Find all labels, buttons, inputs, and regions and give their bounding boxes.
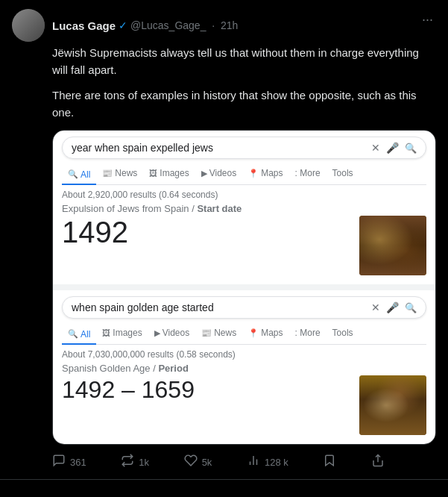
clear-icon-1[interactable]: ✕ <box>371 142 380 154</box>
tweet: Lucas Gage ✓ @Lucas_Gage_ · 21h ··· Jëwi… <box>0 0 448 480</box>
search-query-2: when spain golden age started <box>72 301 371 313</box>
analytics-icon <box>247 454 260 470</box>
search-query-1: year when spain expelled jews <box>72 142 371 154</box>
retweet-action[interactable]: 1k <box>121 454 149 470</box>
search-block-2: when spain golden age started ✕ 🎤 🔍 🔍 Al… <box>53 290 435 444</box>
search-tabs-2: 🔍 All 🖼 Images ▶ Videos 📰 News 📍 Maps : … <box>62 325 426 345</box>
retweet-icon <box>121 454 134 470</box>
more-options-button[interactable]: ··· <box>419 9 436 31</box>
like-action[interactable]: 5k <box>184 454 212 470</box>
reply-count: 361 <box>70 457 86 468</box>
search-image-1 <box>359 216 426 275</box>
mic-icon-2[interactable]: 🎤 <box>386 301 399 313</box>
mic-icon-1[interactable]: 🎤 <box>386 142 399 154</box>
reply-icon <box>52 454 66 470</box>
bookmark-action[interactable] <box>323 454 336 470</box>
tab-news-1[interactable]: 📰 News <box>96 165 143 181</box>
clear-icon-2[interactable]: ✕ <box>371 301 380 313</box>
search-bar-icons-2: ✕ 🎤 🔍 <box>371 301 417 313</box>
tab-maps-1[interactable]: 📍 Maps <box>242 165 288 181</box>
tweet-text-line2: There are tons of examples in history th… <box>52 87 436 121</box>
reply-action[interactable]: 361 <box>52 454 86 470</box>
tab-tools-1[interactable]: Tools <box>326 165 359 181</box>
analytics-action[interactable]: 128 k <box>247 454 288 470</box>
camera-icon-2: 🔍 <box>405 302 417 313</box>
search-bar-2[interactable]: when spain golden age started ✕ 🎤 🔍 <box>62 296 426 319</box>
camera-icon-1: 🔍 <box>405 143 417 154</box>
search-big-value-2: 1492 – 1659 <box>62 375 195 404</box>
tab-videos-1[interactable]: ▶ Videos <box>195 165 242 181</box>
username[interactable]: @Lucas_Gage_ <box>130 19 206 31</box>
search-value-row-2: 1492 – 1659 <box>62 375 426 435</box>
tweet-text: Jëwish Supremacists always tell us that … <box>12 45 436 121</box>
share-action[interactable] <box>371 454 385 470</box>
tweet-header: Lucas Gage ✓ @Lucas_Gage_ · 21h ··· <box>12 9 436 42</box>
display-name[interactable]: Lucas Gage <box>52 19 116 32</box>
tweet-actions: 361 1k 5k 128 k <box>12 445 385 470</box>
tab-images-2[interactable]: 🖼 Images <box>96 325 148 341</box>
share-icon <box>371 454 385 470</box>
search-image-2 <box>359 375 426 435</box>
like-icon <box>184 454 198 470</box>
verified-icon: ✓ <box>119 19 127 31</box>
tab-tools-2[interactable]: Tools <box>326 325 359 341</box>
tab-videos-2[interactable]: ▶ Videos <box>148 325 195 341</box>
search-tabs-1: 🔍 All 📰 News 🖼 Images ▶ Videos 📍 Maps : … <box>62 165 426 185</box>
tweet-image: year when spain expelled jews ✕ 🎤 🔍 🔍 Al… <box>52 130 436 445</box>
bookmark-icon <box>323 454 336 470</box>
tweet-text-line1: Jëwish Supremacists always tell us that … <box>52 45 436 78</box>
search-screenshot: year when spain expelled jews ✕ 🎤 🔍 🔍 Al… <box>53 131 435 444</box>
search-bar-icons-1: ✕ 🎤 🔍 <box>371 142 417 154</box>
analytics-count: 128 k <box>265 457 288 468</box>
search-value-row-1: 1492 <box>62 216 426 275</box>
tab-news-2[interactable]: 📰 News <box>195 325 242 341</box>
tab-more-2[interactable]: : More <box>289 325 326 341</box>
search-label-1: Expulsion of Jews from Spain / Start dat… <box>62 203 426 214</box>
search-block-1: year when spain expelled jews ✕ 🎤 🔍 🔍 Al… <box>53 131 435 290</box>
tab-all-2[interactable]: 🔍 All <box>62 325 96 345</box>
avatar[interactable] <box>12 9 45 42</box>
username-time: @Lucas_Gage_ · 21h <box>130 19 238 31</box>
search-bar-1[interactable]: year when spain expelled jews ✕ 🎤 🔍 <box>62 137 426 159</box>
time-ago: 21h <box>221 19 238 31</box>
tab-more-1[interactable]: : More <box>289 165 326 181</box>
results-count-2: About 7,030,000,000 results (0.58 second… <box>62 349 426 360</box>
search-label-2: Spanish Golden Age / Period <box>62 363 426 374</box>
user-name-row: Lucas Gage ✓ @Lucas_Gage_ · 21h <box>52 19 238 32</box>
tab-images-1[interactable]: 🖼 Images <box>143 165 195 181</box>
tab-maps-2[interactable]: 📍 Maps <box>242 325 288 341</box>
retweet-count: 1k <box>139 457 149 468</box>
tweet-header-left: Lucas Gage ✓ @Lucas_Gage_ · 21h <box>12 9 238 42</box>
search-big-value-1: 1492 <box>62 216 128 248</box>
user-info: Lucas Gage ✓ @Lucas_Gage_ · 21h <box>52 19 238 32</box>
like-count: 5k <box>202 457 212 468</box>
tab-all-1[interactable]: 🔍 All <box>62 165 96 185</box>
results-count-1: About 2,920,000 results (0.64 seconds) <box>62 190 426 200</box>
